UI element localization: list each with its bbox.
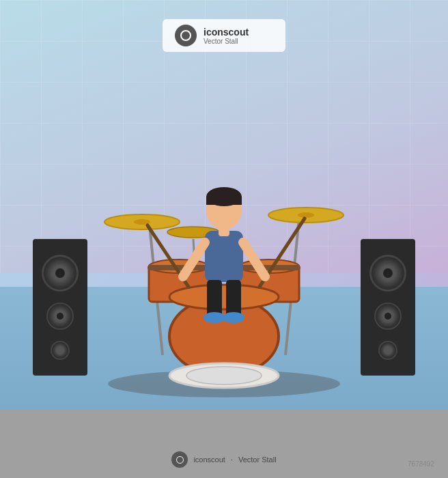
bottom-brand-name: iconscout <box>193 455 225 464</box>
speaker-right-midrange <box>374 303 402 330</box>
watermark-banner: iconscout Vector Stall <box>163 19 285 52</box>
bottom-separator: · <box>231 455 233 464</box>
speaker-left-woofer <box>42 255 79 292</box>
svg-point-33 <box>223 312 244 323</box>
asset-id: 7678492 <box>408 460 434 468</box>
svg-point-6 <box>298 212 314 218</box>
speaker-left-midrange <box>46 303 74 330</box>
speaker-right-woofer <box>369 255 406 292</box>
speaker-left-box <box>33 239 87 376</box>
watermark-brand: iconscout <box>204 27 249 38</box>
svg-rect-23 <box>205 231 243 282</box>
svg-point-32 <box>204 312 225 323</box>
bottom-watermark-bar: iconscout · Vector Stall <box>0 451 448 468</box>
svg-rect-27 <box>206 197 242 205</box>
speaker-right-box <box>361 239 415 376</box>
bottom-tagline: Vector Stall <box>238 455 277 464</box>
speaker-right-tweeter <box>378 341 397 360</box>
drum-kit-illustration <box>87 178 361 410</box>
svg-rect-31 <box>226 280 241 318</box>
svg-rect-30 <box>207 280 222 318</box>
floor-bottom <box>0 410 448 478</box>
watermark-logo-icon <box>175 25 197 46</box>
svg-point-20 <box>186 367 262 384</box>
bottom-logo-icon <box>171 451 188 468</box>
svg-point-18 <box>169 285 279 309</box>
speaker-left-tweeter <box>51 341 70 360</box>
speaker-right <box>361 239 415 376</box>
watermark-text: iconscout Vector Stall <box>204 27 249 45</box>
speaker-left <box>33 239 87 376</box>
watermark-tagline: Vector Stall <box>204 38 249 45</box>
main-container: iconscout Vector Stall <box>0 0 448 478</box>
